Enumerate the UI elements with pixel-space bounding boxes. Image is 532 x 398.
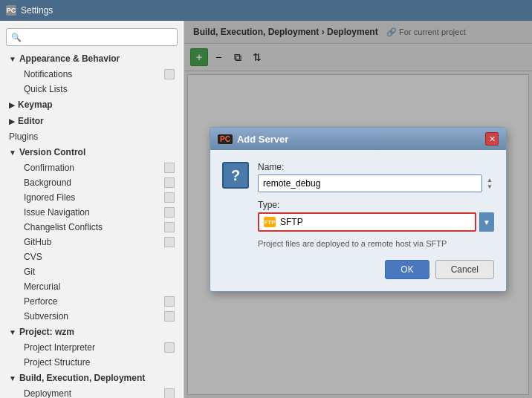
sidebar-item-subversion[interactable]: Subversion	[0, 309, 184, 324]
modal-logo: PC	[218, 134, 233, 144]
modal-title-bar: PC Add Server ✕	[210, 128, 506, 150]
right-panel: Build, Execution, Deployment › Deploymen…	[184, 21, 532, 398]
name-label: Name:	[258, 162, 494, 172]
sidebar-item-confirmation[interactable]: Confirmation	[0, 160, 184, 175]
sidebar-item-project-interpreter[interactable]: Project Interpreter	[0, 340, 184, 355]
badge-github	[164, 237, 175, 247]
section-label-keymap: Keymap	[18, 100, 53, 110]
sidebar-item-issue-navigation[interactable]: Issue Navigation	[0, 205, 184, 220]
expand-arrow: ▼	[9, 55, 16, 63]
modal-icon-row: ? Name: ▲ ▼	[222, 162, 494, 279]
sort-button[interactable]: ▲ ▼	[485, 176, 494, 192]
search-input[interactable]	[25, 32, 172, 42]
modal-title: Add Server	[237, 134, 288, 145]
expand-arrow-editor: ▶	[9, 117, 15, 125]
sidebar-item-deployment[interactable]: Deployment	[0, 386, 184, 398]
sidebar-item-git[interactable]: Git	[0, 264, 184, 279]
badge-changelist	[164, 222, 175, 232]
modal-overlay: PC Add Server ✕ ? Name:	[184, 21, 532, 398]
sidebar-item-ignored-files[interactable]: Ignored Files	[0, 190, 184, 205]
window-title: Settings	[21, 5, 53, 16]
modal-footer: OK Cancel	[258, 257, 494, 279]
sidebar-item-background[interactable]: Background	[0, 175, 184, 190]
section-label-build: Build, Execution, Deployment	[19, 373, 145, 383]
sidebar-item-github[interactable]: GitHub	[0, 235, 184, 249]
settings-window: PC Settings 🔍 ▼ Appearance & Behavior No…	[0, 0, 532, 398]
sidebar-item-quick-lists[interactable]: Quick Lists	[0, 82, 184, 97]
sidebar-item-project-structure[interactable]: Project Structure	[0, 355, 184, 370]
expand-arrow-project: ▼	[9, 328, 16, 336]
sidebar-section-keymap[interactable]: ▶ Keymap	[0, 97, 184, 113]
expand-arrow-vcs: ▼	[9, 149, 16, 157]
name-field-row: Name: ▲ ▼	[258, 162, 494, 192]
search-box[interactable]: 🔍	[6, 28, 178, 46]
type-label: Type:	[258, 200, 494, 210]
cancel-button[interactable]: Cancel	[435, 260, 494, 279]
type-select-row: FTP SFTP ▼	[258, 212, 494, 232]
modal-body: ? Name: ▲ ▼	[210, 150, 506, 291]
name-input[interactable]	[258, 174, 482, 192]
expand-arrow-build: ▼	[9, 374, 16, 382]
main-content: 🔍 ▼ Appearance & Behavior Notifications …	[0, 21, 532, 398]
badge-issue	[164, 207, 175, 218]
add-server-dialog: PC Add Server ✕ ? Name:	[210, 127, 507, 292]
sidebar-item-notifications[interactable]: Notifications	[0, 67, 184, 82]
sidebar-section-appearance[interactable]: ▼ Appearance & Behavior	[0, 50, 184, 67]
hint-text: Project files are deployed to a remote h…	[258, 239, 494, 248]
sidebar-item-changelist[interactable]: Changelist Conflicts	[0, 220, 184, 235]
badge-perforce	[164, 296, 175, 307]
type-select[interactable]: FTP SFTP	[258, 212, 476, 232]
sort-up-icon: ▲	[487, 177, 493, 183]
badge-notifications	[164, 69, 175, 79]
type-value: SFTP	[280, 217, 470, 227]
name-input-row: ▲ ▼	[258, 174, 494, 192]
sidebar: 🔍 ▼ Appearance & Behavior Notifications …	[0, 21, 184, 398]
badge-ignored	[164, 192, 175, 203]
dropdown-arrow[interactable]: ▼	[479, 212, 494, 232]
ok-button[interactable]: OK	[385, 260, 429, 279]
sidebar-section-editor[interactable]: ▶ Editor	[0, 113, 184, 129]
window-icon: PC	[6, 5, 16, 16]
badge-subversion	[164, 311, 175, 322]
section-label-vcs: Version Control	[19, 147, 85, 157]
sidebar-section-build[interactable]: ▼ Build, Execution, Deployment	[0, 370, 184, 386]
search-icon: 🔍	[11, 33, 22, 42]
title-bar: PC Settings	[0, 0, 532, 21]
sidebar-section-vcs[interactable]: ▼ Version Control	[0, 144, 184, 160]
badge-background	[164, 177, 175, 188]
section-label-project: Project: wzm	[19, 327, 74, 337]
sort-down-icon: ▼	[487, 184, 493, 190]
sidebar-item-plugins[interactable]: Plugins	[0, 129, 184, 144]
badge-deployment	[164, 388, 175, 398]
question-icon: ?	[222, 162, 249, 189]
badge-confirmation	[164, 163, 175, 173]
section-label-editor: Editor	[18, 116, 44, 126]
sidebar-item-cvs[interactable]: CVS	[0, 249, 184, 264]
sftp-icon: FTP	[264, 217, 276, 227]
expand-arrow-keymap: ▶	[9, 101, 15, 109]
section-label: Appearance & Behavior	[19, 53, 120, 64]
badge-interpreter	[164, 342, 175, 353]
sidebar-item-perforce[interactable]: Perforce	[0, 294, 184, 309]
sidebar-section-project[interactable]: ▼ Project: wzm	[0, 324, 184, 340]
modal-close-button[interactable]: ✕	[485, 132, 499, 146]
type-field-row: Type: FTP SFTP ▼	[258, 200, 494, 232]
form-area: Name: ▲ ▼	[258, 162, 494, 279]
sidebar-item-mercurial[interactable]: Mercurial	[0, 279, 184, 294]
